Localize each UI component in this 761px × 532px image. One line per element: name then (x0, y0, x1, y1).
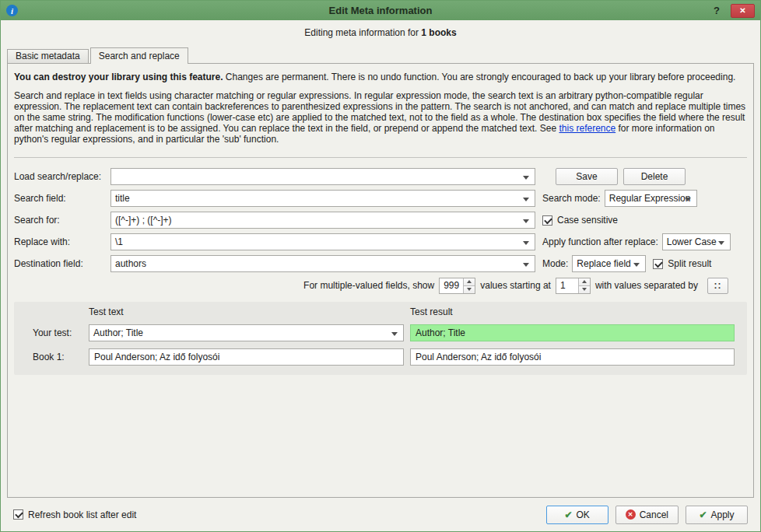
search-for-value: ([^-]+) ; ([^-]+) (115, 215, 172, 226)
search-field-combo[interactable]: title (110, 190, 535, 207)
search-field-label: Search field: (14, 193, 110, 204)
refresh-book-list-label: Refresh book list after edit (28, 509, 136, 520)
multi-start-label: values starting at (480, 280, 551, 291)
edit-meta-dialog: Edit Meta information ? ✕ Editing meta i… (0, 0, 761, 532)
search-replace-pane: You can destroy your library using this … (7, 63, 754, 498)
dropdown-arrow-icon[interactable] (523, 241, 529, 245)
up-arrow-icon (582, 280, 587, 283)
dropdown-arrow-icon[interactable] (685, 198, 691, 201)
close-button[interactable]: ✕ (731, 4, 755, 18)
mode-label: Mode: (542, 258, 568, 269)
load-row: Load search/replace: Save Delete (14, 168, 747, 185)
search-mode-label: Search mode: (542, 193, 601, 204)
search-for-row: Search for: ([^-]+) ; ([^-]+) Case sensi… (14, 212, 747, 229)
down-arrow-icon (467, 288, 472, 291)
dropdown-arrow-icon[interactable] (523, 263, 529, 267)
destination-field-combo[interactable]: authors (110, 255, 535, 272)
test-panel: Test text Test result Your test: Author;… (14, 302, 747, 375)
ok-check-icon (564, 510, 572, 520)
mode-combo[interactable]: Replace field (572, 255, 646, 272)
split-result-checkbox[interactable] (653, 259, 663, 269)
book-count: 1 books (421, 27, 456, 38)
case-sensitive-checkbox[interactable] (542, 215, 552, 226)
spin-up-button[interactable] (579, 278, 590, 285)
destination-field-value: authors (115, 258, 146, 269)
tab-basic-metadata[interactable]: Basic metadata (7, 49, 89, 63)
your-test-combo[interactable]: Author; Title (89, 324, 404, 341)
dropdown-arrow-icon[interactable] (391, 332, 398, 336)
ok-button[interactable]: OK (546, 506, 608, 524)
editing-summary: Editing meta information for 1 books (1, 20, 760, 45)
down-arrow-icon (582, 288, 587, 291)
search-field-row: Search field: title Search mode: Regular… (14, 190, 747, 207)
editing-summary-prefix: Editing meta information for (304, 27, 421, 38)
window-title: Edit Meta information (1, 5, 760, 16)
multi-separator-label: with values separated by (595, 280, 698, 291)
separator-line (14, 157, 747, 158)
search-for-combo[interactable]: ([^-]+) ; ([^-]+) (110, 212, 535, 229)
dropdown-arrow-icon[interactable] (523, 176, 529, 180)
apply-check-icon (699, 510, 707, 520)
separator-button[interactable]: :: (707, 278, 728, 294)
test-result-header: Test result (410, 306, 735, 317)
values-shown-spinner[interactable]: 999 (439, 278, 475, 294)
start-value: 1 (556, 278, 578, 293)
spin-down-button[interactable] (579, 285, 590, 293)
multi-value-row: For multiple-valued fields, show 999 val… (14, 277, 747, 294)
search-field-value: title (115, 193, 130, 204)
replace-with-combo[interactable]: \1 (110, 233, 535, 250)
destroy-warning-rest: Changes are permanent. There is no undo … (223, 72, 736, 82)
ok-button-label: OK (577, 509, 590, 520)
reference-link[interactable]: this reference (559, 123, 615, 134)
tab-search-and-replace[interactable]: Search and replace (90, 47, 188, 64)
cancel-button-label: Cancel (640, 509, 668, 520)
apply-button[interactable]: Apply (686, 506, 748, 524)
multi-show-label: For multiple-valued fields, show (303, 280, 434, 291)
spin-up-button[interactable] (464, 278, 475, 285)
test-text-header: Test text (89, 306, 404, 317)
search-mode-combo[interactable]: Regular Expression (605, 190, 697, 207)
values-shown-value: 999 (440, 278, 463, 293)
replace-with-label: Replace with: (14, 236, 110, 247)
load-search-replace-combo[interactable] (110, 168, 535, 185)
your-test-value: Author; Title (93, 327, 143, 338)
search-for-label: Search for: (14, 215, 110, 226)
apply-function-label: Apply function after replace: (542, 236, 658, 247)
book1-test-input[interactable]: Poul Anderson; Az idő folyosói (89, 348, 404, 366)
refresh-book-list-checkbox[interactable] (13, 509, 23, 520)
your-test-result: Author; Title (410, 324, 735, 341)
feature-description: Search and replace in text fields using … (14, 90, 747, 145)
dropdown-arrow-icon[interactable] (633, 263, 640, 267)
destroy-warning-bold: You can destroy your library using this … (14, 72, 223, 82)
dropdown-arrow-icon[interactable] (718, 241, 724, 245)
apply-function-combo[interactable]: Lower Case (662, 233, 731, 250)
tab-bar: Basic metadata Search and replace (7, 47, 754, 63)
mode-value: Replace field (577, 258, 630, 269)
book1-label: Book 1: (33, 352, 82, 362)
apply-button-label: Apply (711, 509, 735, 520)
spin-down-button[interactable] (464, 285, 475, 293)
delete-button[interactable]: Delete (623, 168, 686, 185)
load-label: Load search/replace: (14, 171, 110, 182)
apply-function-value: Lower Case (667, 236, 717, 247)
your-test-label: Your test: (33, 327, 82, 338)
destination-field-label: Destination field: (14, 258, 110, 269)
dialog-footer: Refresh book list after edit OK Cancel A… (1, 498, 760, 531)
dropdown-arrow-icon[interactable] (523, 198, 529, 201)
dropdown-arrow-icon[interactable] (523, 219, 529, 223)
replace-with-row: Replace with: \1 Apply function after re… (14, 233, 747, 250)
save-button[interactable]: Save (556, 168, 618, 185)
split-result-label: Split result (668, 258, 711, 269)
destroy-warning: You can destroy your library using this … (14, 72, 747, 82)
cancel-button[interactable]: Cancel (615, 506, 679, 524)
info-icon (6, 5, 18, 16)
book1-test-result: Poul Anderson; Az idő folyosói (410, 348, 735, 366)
start-value-spinner[interactable]: 1 (556, 278, 591, 294)
search-mode-value: Regular Expression (609, 193, 691, 204)
up-arrow-icon (467, 280, 472, 283)
cancel-x-icon (626, 509, 636, 520)
titlebar[interactable]: Edit Meta information ? ✕ (1, 1, 760, 20)
destination-row: Destination field: authors Mode: Replace… (14, 255, 747, 272)
case-sensitive-label: Case sensitive (557, 215, 618, 226)
help-button[interactable]: ? (714, 5, 720, 16)
